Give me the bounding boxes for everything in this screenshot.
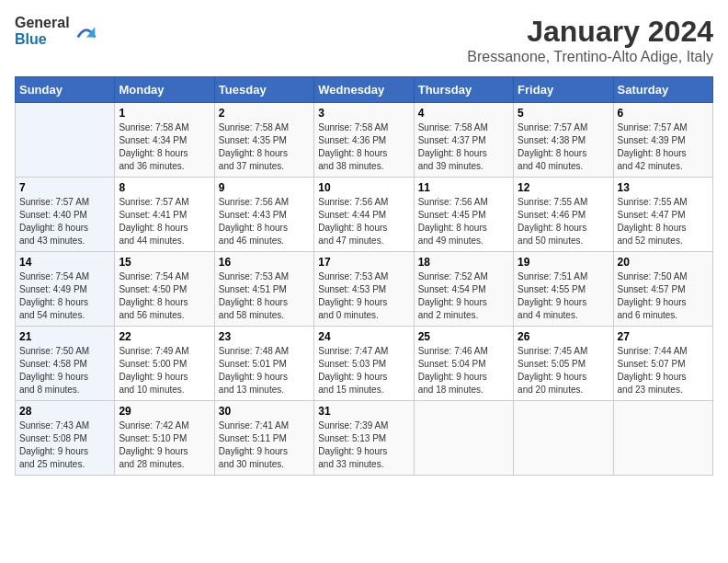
- calendar-table: SundayMondayTuesdayWednesdayThursdayFrid…: [15, 76, 713, 476]
- day-number: 26: [518, 330, 609, 343]
- day-number: 14: [19, 256, 110, 269]
- logo-icon: [74, 18, 99, 44]
- calendar-cell: 18Sunrise: 7:52 AM Sunset: 4:54 PM Dayli…: [414, 252, 513, 327]
- calendar-cell: 13Sunrise: 7:55 AM Sunset: 4:47 PM Dayli…: [613, 178, 712, 252]
- calendar-cell: 19Sunrise: 7:51 AM Sunset: 4:55 PM Dayli…: [514, 252, 613, 327]
- calendar-cell: 14Sunrise: 7:54 AM Sunset: 4:49 PM Dayli…: [16, 252, 115, 327]
- day-number: 27: [618, 330, 709, 343]
- calendar-cell: 27Sunrise: 7:44 AM Sunset: 5:07 PM Dayli…: [613, 327, 712, 401]
- subtitle: Bressanone, Trentino-Alto Adige, Italy: [467, 49, 713, 65]
- calendar-cell: 16Sunrise: 7:53 AM Sunset: 4:51 PM Dayli…: [214, 252, 313, 327]
- day-detail: Sunrise: 7:57 AM Sunset: 4:41 PM Dayligh…: [119, 196, 210, 247]
- day-detail: Sunrise: 7:51 AM Sunset: 4:55 PM Dayligh…: [518, 270, 609, 322]
- day-number: 25: [418, 330, 509, 343]
- day-number: 15: [119, 256, 210, 269]
- day-number: 9: [219, 181, 310, 194]
- day-number: 4: [418, 107, 509, 120]
- calendar-cell: [613, 401, 712, 476]
- calendar-cell: 12Sunrise: 7:55 AM Sunset: 4:46 PM Dayli…: [514, 178, 613, 252]
- day-detail: Sunrise: 7:52 AM Sunset: 4:54 PM Dayligh…: [418, 270, 509, 322]
- calendar-cell: [414, 401, 513, 476]
- day-detail: Sunrise: 7:41 AM Sunset: 5:11 PM Dayligh…: [219, 419, 310, 471]
- column-header-wednesday: Wednesday: [314, 77, 414, 103]
- calendar-cell: 1Sunrise: 7:58 AM Sunset: 4:34 PM Daylig…: [115, 103, 214, 178]
- day-number: 23: [219, 330, 310, 343]
- day-detail: Sunrise: 7:56 AM Sunset: 4:43 PM Dayligh…: [219, 196, 310, 247]
- day-number: 29: [119, 405, 210, 418]
- day-detail: Sunrise: 7:47 AM Sunset: 5:03 PM Dayligh…: [318, 345, 409, 396]
- column-header-saturday: Saturday: [613, 77, 712, 103]
- day-number: 7: [19, 181, 110, 194]
- day-detail: Sunrise: 7:57 AM Sunset: 4:40 PM Dayligh…: [19, 196, 110, 247]
- day-detail: Sunrise: 7:58 AM Sunset: 4:35 PM Dayligh…: [219, 121, 310, 173]
- day-detail: Sunrise: 7:45 AM Sunset: 5:05 PM Dayligh…: [518, 345, 609, 396]
- column-header-friday: Friday: [514, 77, 613, 103]
- calendar-cell: 23Sunrise: 7:48 AM Sunset: 5:01 PM Dayli…: [214, 327, 313, 401]
- logo-blue: Blue: [15, 31, 47, 48]
- day-number: 16: [219, 256, 310, 269]
- day-number: 31: [318, 405, 409, 418]
- day-detail: Sunrise: 7:58 AM Sunset: 4:34 PM Dayligh…: [119, 121, 210, 173]
- day-detail: Sunrise: 7:56 AM Sunset: 4:44 PM Dayligh…: [318, 196, 409, 247]
- week-row-1: 1Sunrise: 7:58 AM Sunset: 4:34 PM Daylig…: [16, 103, 713, 178]
- day-detail: Sunrise: 7:42 AM Sunset: 5:10 PM Dayligh…: [119, 419, 210, 471]
- day-number: 13: [618, 181, 709, 194]
- day-detail: Sunrise: 7:58 AM Sunset: 4:37 PM Dayligh…: [418, 121, 509, 173]
- calendar-cell: 7Sunrise: 7:57 AM Sunset: 4:40 PM Daylig…: [16, 178, 115, 252]
- day-detail: Sunrise: 7:54 AM Sunset: 4:49 PM Dayligh…: [19, 270, 110, 322]
- day-detail: Sunrise: 7:43 AM Sunset: 5:08 PM Dayligh…: [19, 419, 110, 471]
- day-number: 11: [418, 181, 509, 194]
- day-number: 30: [219, 405, 310, 418]
- calendar-cell: 26Sunrise: 7:45 AM Sunset: 5:05 PM Dayli…: [514, 327, 613, 401]
- day-detail: Sunrise: 7:44 AM Sunset: 5:07 PM Dayligh…: [618, 345, 709, 396]
- day-detail: Sunrise: 7:58 AM Sunset: 4:36 PM Dayligh…: [318, 121, 409, 173]
- day-number: 2: [219, 107, 310, 120]
- week-row-3: 14Sunrise: 7:54 AM Sunset: 4:49 PM Dayli…: [16, 252, 713, 327]
- day-detail: Sunrise: 7:55 AM Sunset: 4:47 PM Dayligh…: [618, 196, 709, 247]
- column-header-sunday: Sunday: [16, 77, 115, 103]
- day-detail: Sunrise: 7:53 AM Sunset: 4:51 PM Dayligh…: [219, 270, 310, 322]
- day-number: 18: [418, 256, 509, 269]
- calendar-cell: 30Sunrise: 7:41 AM Sunset: 5:11 PM Dayli…: [214, 401, 313, 476]
- day-detail: Sunrise: 7:46 AM Sunset: 5:04 PM Dayligh…: [418, 345, 509, 396]
- day-detail: Sunrise: 7:54 AM Sunset: 4:50 PM Dayligh…: [119, 270, 210, 322]
- day-number: 19: [518, 256, 609, 269]
- day-detail: Sunrise: 7:39 AM Sunset: 5:13 PM Dayligh…: [318, 419, 409, 471]
- day-detail: Sunrise: 7:48 AM Sunset: 5:01 PM Dayligh…: [219, 345, 310, 396]
- calendar-cell: 3Sunrise: 7:58 AM Sunset: 4:36 PM Daylig…: [314, 103, 414, 178]
- calendar-cell: 25Sunrise: 7:46 AM Sunset: 5:04 PM Dayli…: [414, 327, 513, 401]
- header: General Blue January 2024 Bressanone, Tr…: [15, 15, 713, 65]
- day-detail: Sunrise: 7:57 AM Sunset: 4:38 PM Dayligh…: [518, 121, 609, 173]
- calendar-cell: 15Sunrise: 7:54 AM Sunset: 4:50 PM Dayli…: [115, 252, 214, 327]
- day-number: 5: [518, 107, 609, 120]
- main-title: January 2024: [467, 15, 713, 49]
- day-number: 6: [618, 107, 709, 120]
- calendar-cell: [16, 103, 115, 178]
- column-header-monday: Monday: [115, 77, 214, 103]
- calendar-cell: 21Sunrise: 7:50 AM Sunset: 4:58 PM Dayli…: [16, 327, 115, 401]
- week-row-5: 28Sunrise: 7:43 AM Sunset: 5:08 PM Dayli…: [16, 401, 713, 476]
- calendar-cell: 4Sunrise: 7:58 AM Sunset: 4:37 PM Daylig…: [414, 103, 513, 178]
- calendar-cell: 29Sunrise: 7:42 AM Sunset: 5:10 PM Dayli…: [115, 401, 214, 476]
- day-number: 8: [119, 181, 210, 194]
- day-number: 22: [119, 330, 210, 343]
- day-detail: Sunrise: 7:57 AM Sunset: 4:39 PM Dayligh…: [618, 121, 709, 173]
- logo-general: General: [15, 15, 70, 31]
- calendar-cell: 6Sunrise: 7:57 AM Sunset: 4:39 PM Daylig…: [613, 103, 712, 178]
- calendar-cell: [514, 401, 613, 476]
- day-detail: Sunrise: 7:50 AM Sunset: 4:57 PM Dayligh…: [618, 270, 709, 322]
- calendar-cell: 28Sunrise: 7:43 AM Sunset: 5:08 PM Dayli…: [16, 401, 115, 476]
- day-number: 28: [19, 405, 110, 418]
- calendar-cell: 20Sunrise: 7:50 AM Sunset: 4:57 PM Dayli…: [613, 252, 712, 327]
- header-row: SundayMondayTuesdayWednesdayThursdayFrid…: [16, 77, 713, 103]
- calendar-cell: 2Sunrise: 7:58 AM Sunset: 4:35 PM Daylig…: [214, 103, 313, 178]
- day-number: 24: [318, 330, 409, 343]
- day-number: 20: [618, 256, 709, 269]
- calendar-cell: 11Sunrise: 7:56 AM Sunset: 4:45 PM Dayli…: [414, 178, 513, 252]
- day-number: 17: [318, 256, 409, 269]
- day-number: 3: [318, 107, 409, 120]
- calendar-cell: 17Sunrise: 7:53 AM Sunset: 4:53 PM Dayli…: [314, 252, 414, 327]
- calendar-cell: 9Sunrise: 7:56 AM Sunset: 4:43 PM Daylig…: [214, 178, 313, 252]
- day-detail: Sunrise: 7:56 AM Sunset: 4:45 PM Dayligh…: [418, 196, 509, 247]
- calendar-cell: 5Sunrise: 7:57 AM Sunset: 4:38 PM Daylig…: [514, 103, 613, 178]
